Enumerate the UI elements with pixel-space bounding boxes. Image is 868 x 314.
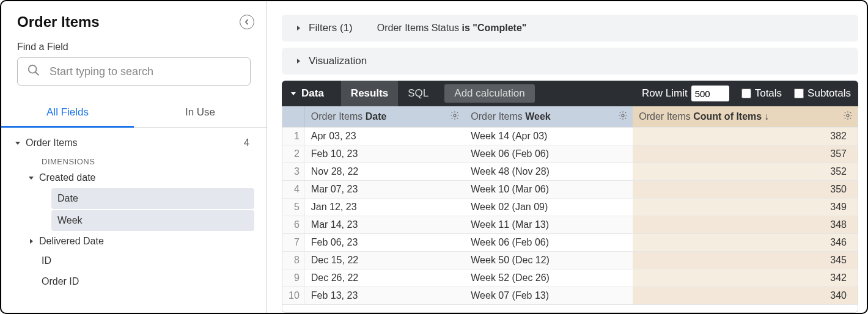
cell-count[interactable]: 346 — [633, 233, 858, 251]
cell-date[interactable]: Dec 15, 22 — [304, 251, 465, 269]
svg-line-1 — [35, 72, 39, 76]
column-header-prefix: Order Items — [639, 111, 693, 122]
cell-count[interactable]: 342 — [633, 269, 858, 287]
svg-point-0 — [29, 65, 37, 73]
totals-checkbox-input[interactable] — [741, 89, 751, 98]
table-row: 9Dec 26, 22Week 52 (Dec 26)342 — [282, 269, 858, 287]
cell-date[interactable]: Apr 03, 23 — [304, 127, 465, 145]
main-panel: Filters (1) Order Items Status is "Compl… — [267, 1, 867, 313]
table-row: 1Apr 03, 23Week 14 (Apr 03)382 — [282, 127, 858, 145]
cell-week[interactable]: Week 50 (Dec 12) — [465, 251, 633, 269]
column-header-prefix: Order Items — [311, 111, 366, 122]
caret-right-icon — [294, 58, 303, 64]
tab-sql[interactable]: SQL — [398, 81, 438, 106]
filters-summary: Order Items Status is "Complete" — [377, 23, 527, 34]
column-header-count[interactable]: Order Items Count of Items↓ — [633, 106, 858, 127]
row-number: 9 — [282, 269, 304, 287]
table-row: 5Jan 12, 23Week 02 (Jan 09)349 — [282, 198, 858, 216]
cell-count[interactable]: 352 — [633, 162, 858, 180]
filters-summary-value: is "Complete" — [462, 23, 527, 33]
search-input[interactable] — [17, 57, 251, 86]
tab-in-use[interactable]: In Use — [134, 98, 267, 127]
row-limit-label: Row Limit — [642, 87, 688, 100]
tree-item-delivered-date[interactable]: Delivered Date — [13, 232, 254, 250]
caret-down-icon[interactable] — [287, 90, 301, 97]
cell-count[interactable]: 348 — [633, 216, 858, 233]
find-field-label: Find a Field — [13, 42, 254, 53]
cell-date[interactable]: Feb 13, 23 — [304, 287, 465, 304]
cell-week[interactable]: Week 06 (Feb 06) — [465, 233, 633, 251]
subtotals-checkbox[interactable]: Subtotals — [794, 87, 851, 100]
cell-count[interactable]: 350 — [633, 180, 858, 198]
tree-item-created-date[interactable]: Created date — [13, 169, 254, 187]
cell-week[interactable]: Week 07 (Feb 13) — [465, 287, 633, 304]
cell-week[interactable]: Week 10 (Mar 06) — [465, 180, 633, 198]
caret-right-icon — [27, 238, 35, 244]
cell-date[interactable]: Feb 06, 23 — [304, 233, 465, 251]
table-row: 6Mar 14, 23Week 11 (Mar 13)348 — [282, 216, 858, 233]
cell-date[interactable]: Mar 14, 23 — [304, 216, 465, 233]
row-number: 6 — [282, 216, 304, 233]
collapse-sidebar-button[interactable] — [240, 15, 254, 29]
tree-item-label: Delivered Date — [39, 236, 104, 247]
row-number: 1 — [282, 127, 304, 145]
cell-count[interactable]: 349 — [633, 198, 858, 216]
field-id[interactable]: ID — [13, 250, 254, 271]
field-week[interactable]: Week — [51, 210, 254, 231]
visualization-panel[interactable]: Visualization — [282, 48, 858, 75]
totals-checkbox[interactable]: Totals — [741, 87, 782, 100]
svg-point-4 — [847, 114, 849, 117]
subtotals-label: Subtotals — [807, 87, 851, 100]
tree-group-count: 4 — [244, 137, 254, 148]
cell-week[interactable]: Week 02 (Jan 09) — [465, 198, 633, 216]
gear-icon[interactable] — [618, 111, 628, 123]
tree-group-order-items[interactable]: Order Items 4 — [13, 134, 254, 152]
cell-date[interactable]: Nov 28, 22 — [304, 162, 465, 180]
totals-label: Totals — [755, 87, 782, 100]
column-header-date[interactable]: Order Items Date — [304, 106, 465, 127]
tab-all-fields[interactable]: All Fields — [1, 98, 134, 127]
search-icon — [27, 64, 40, 79]
cell-week[interactable]: Week 14 (Apr 03) — [465, 127, 633, 145]
cell-week[interactable]: Week 52 (Dec 26) — [465, 269, 633, 287]
gear-icon[interactable] — [843, 111, 853, 123]
caret-down-icon — [27, 175, 35, 181]
row-number: 8 — [282, 251, 304, 269]
cell-week[interactable]: Week 48 (Nov 28) — [465, 162, 633, 180]
cell-count[interactable]: 340 — [633, 287, 858, 304]
add-calculation-button[interactable]: Add calculation — [444, 84, 534, 103]
row-number: 4 — [282, 180, 304, 198]
cell-count[interactable]: 345 — [633, 251, 858, 269]
svg-point-2 — [454, 114, 456, 117]
row-number: 10 — [282, 287, 304, 304]
sort-descending-icon: ↓ — [764, 111, 769, 122]
cell-date[interactable]: Dec 26, 22 — [304, 269, 465, 287]
cell-date[interactable]: Jan 12, 23 — [304, 198, 465, 216]
column-header-strong: Count of Items — [693, 111, 762, 122]
column-header-week[interactable]: Order Items Week — [465, 106, 633, 127]
tree-group-label: Order Items — [26, 137, 77, 148]
sidebar-title: Order Items — [17, 13, 100, 31]
field-order-id[interactable]: Order ID — [13, 271, 254, 292]
cell-week[interactable]: Week 11 (Mar 13) — [465, 216, 633, 233]
visualization-label: Visualization — [309, 55, 367, 67]
row-number: 3 — [282, 162, 304, 180]
cell-week[interactable]: Week 06 (Feb 06) — [465, 145, 633, 162]
column-header-rownum — [282, 106, 304, 127]
caret-down-icon — [13, 140, 22, 146]
filters-label: Filters (1) — [309, 22, 353, 34]
gear-icon[interactable] — [450, 111, 460, 123]
cell-date[interactable]: Feb 10, 23 — [304, 145, 465, 162]
svg-point-3 — [622, 114, 624, 117]
cell-count[interactable]: 357 — [633, 145, 858, 162]
field-tabs: All Fields In Use — [1, 98, 267, 128]
subtotals-checkbox-input[interactable] — [794, 89, 804, 98]
filters-panel[interactable]: Filters (1) Order Items Status is "Compl… — [282, 15, 858, 42]
field-date[interactable]: Date — [51, 188, 254, 209]
column-header-strong: Week — [525, 111, 551, 122]
tab-results[interactable]: Results — [341, 81, 398, 106]
table-row: 10Feb 13, 23Week 07 (Feb 13)340 — [282, 287, 858, 304]
cell-count[interactable]: 382 — [633, 127, 858, 145]
cell-date[interactable]: Mar 07, 23 — [304, 180, 465, 198]
row-limit-input[interactable] — [691, 86, 729, 101]
